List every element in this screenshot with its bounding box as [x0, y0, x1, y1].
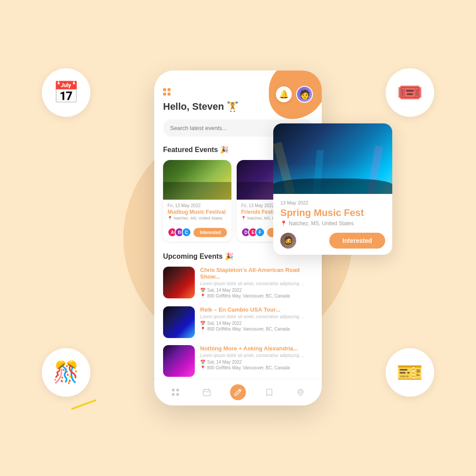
location-icon-2: 📍	[200, 327, 205, 331]
svg-rect-1	[176, 389, 179, 391]
upcoming-info-3: Nothing More + Asking Alexandria... Lore…	[200, 345, 313, 371]
pin-icon-2: 📍	[241, 216, 246, 220]
upcoming-date-3: 📅 Sat, 14 May 2022	[200, 360, 313, 364]
detail-footer: 🧔 Interested	[280, 233, 385, 249]
float-icon-ticket: 🎟️	[386, 68, 434, 117]
location-icon-3: 📍	[200, 365, 205, 370]
event-location-1: 📍 Natchez, MS, United States	[167, 216, 227, 220]
grid-icon[interactable]	[163, 88, 172, 96]
nav-location[interactable]	[293, 384, 309, 400]
nav-home[interactable]	[167, 384, 183, 400]
bottom-navigation	[154, 379, 322, 405]
detail-location: 📍 Natchez, MS, United States	[280, 220, 385, 227]
upcoming-event-2[interactable]: Reik – En Cambio USA Tour... Lorem ipsum…	[163, 306, 313, 338]
upcoming-date-2: 📅 Sat, 14 May 2022	[200, 321, 313, 326]
phone-wrapper: 🔔 🧑 Hello, Steven 🏋	[154, 71, 322, 405]
detail-interested-button[interactable]: Interested	[329, 233, 385, 249]
event-card-image-1	[163, 160, 231, 200]
detail-card-body: 13 May 2022 Spring Music Fest 📍 Natchez,…	[273, 194, 392, 255]
event-name-1: Mudbug Music Festival	[167, 209, 227, 215]
detail-pin-icon: 📍	[280, 220, 287, 227]
event-date-1: Fri, 13 May 2022	[167, 203, 227, 208]
float-icon-tickets: 🎫	[386, 348, 434, 397]
svg-rect-0	[172, 389, 175, 391]
user-avatar[interactable]: 🧑	[296, 86, 313, 103]
notification-bell[interactable]: 🔔	[276, 86, 292, 102]
upcoming-location-1: 📍 800 Griffiths Way, Vancouver, BC, Cana…	[200, 294, 313, 298]
phone-header-icons: 🔔 🧑	[276, 86, 313, 103]
upcoming-title-3: Nothing More + Asking Alexandria...	[200, 345, 313, 352]
attendee-avatars-2: D E F	[241, 227, 265, 237]
attendee-avatar-3: C	[182, 227, 191, 237]
upcoming-desc-1: Lorem ipsum dolor sit amet, consectetur …	[200, 281, 313, 286]
event-card-info-1: Fri, 13 May 2022 Mudbug Music Festival 📍…	[163, 200, 231, 227]
svg-rect-3	[176, 393, 179, 396]
calendar-icon-1: 📅	[200, 288, 205, 293]
upcoming-section: Upcoming Events 🎉 Chris Stapleton's All-…	[154, 243, 322, 379]
detail-card[interactable]: 13 May 2022 Spring Music Fest 📍 Natchez,…	[273, 123, 392, 255]
svg-point-9	[299, 390, 302, 393]
upcoming-event-3[interactable]: Nothing More + Asking Alexandria... Lore…	[163, 345, 313, 377]
detail-title: Spring Music Fest	[280, 207, 385, 219]
float-icon-calendar: 📅	[42, 68, 90, 117]
upcoming-image-1	[163, 267, 195, 298]
float-icon-party: 🎊	[42, 348, 90, 397]
detail-card-image	[273, 123, 392, 194]
upcoming-desc-3: Lorem ipsum dolor sit amet, consectetur …	[200, 353, 313, 358]
upcoming-image-2	[163, 306, 195, 338]
calendar-icon-2: 📅	[200, 321, 205, 326]
upcoming-image-3	[163, 345, 195, 377]
decorative-line	[71, 399, 97, 410]
nav-edit-active[interactable]	[230, 384, 246, 400]
upcoming-info-2: Reik – En Cambio USA Tour... Lorem ipsum…	[200, 306, 313, 332]
attendee-avatars-1: A B C	[167, 227, 191, 237]
pin-icon: 📍	[167, 216, 172, 220]
event-card-footer-1: A B C Interested	[163, 227, 231, 242]
svg-rect-4	[203, 390, 210, 396]
upcoming-title-1: Chris Stapleton's All-American Road Show…	[200, 267, 313, 280]
upcoming-event-1[interactable]: Chris Stapleton's All-American Road Show…	[163, 267, 313, 299]
attendee-avatar-6: F	[255, 227, 265, 237]
upcoming-info-1: Chris Stapleton's All-American Road Show…	[200, 267, 313, 299]
svg-rect-2	[172, 393, 175, 396]
upcoming-location-2: 📍 800 Griffiths Way, Vancouver, BC, Cana…	[200, 327, 313, 331]
location-icon-1: 📍	[200, 294, 205, 298]
detail-avatar: 🧔	[280, 233, 296, 249]
upcoming-title-2: Reik – En Cambio USA Tour...	[200, 306, 313, 313]
upcoming-desc-2: Lorem ipsum dolor sit amet, consectetur …	[200, 314, 313, 319]
nav-calendar[interactable]	[199, 384, 215, 400]
detail-date: 13 May 2022	[280, 200, 385, 205]
calendar-icon-3: 📅	[200, 360, 205, 364]
upcoming-date-1: 📅 Sat, 14 May 2022	[200, 288, 313, 293]
upcoming-location-3: 📍 800 Griffiths Way, Vancouver, BC, Cana…	[200, 365, 313, 370]
nav-saved[interactable]	[261, 384, 277, 400]
svg-line-8	[239, 390, 240, 391]
featured-event-1[interactable]: Fri, 13 May 2022 Mudbug Music Festival 📍…	[163, 160, 231, 242]
interested-button-1[interactable]: Interested	[193, 228, 227, 237]
